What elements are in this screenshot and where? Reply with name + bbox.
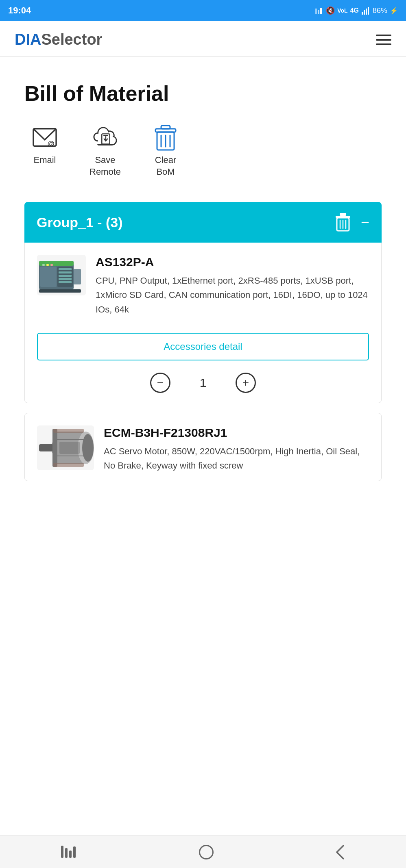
hamburger-menu-button[interactable] [376, 35, 391, 45]
nav-home-button[interactable] [187, 841, 226, 864]
svg-rect-50 [65, 848, 68, 858]
quantity-increase-button-1[interactable]: + [236, 373, 256, 393]
page-content: Bill of Material @ Email [0, 57, 406, 507]
logo-selector: Selector [41, 31, 102, 48]
plc-svg [37, 257, 86, 293]
action-row: @ Email SaveRemote [24, 126, 382, 178]
product-desc-2: AC Servo Motor, 850W, 220VAC/1500rpm, Hi… [104, 444, 369, 473]
product-desc-1: CPU, PNP Output, 1xEthernet port, 2xRS-4… [96, 273, 369, 317]
svg-rect-26 [40, 267, 57, 287]
svg-point-37 [50, 264, 53, 266]
product-card-1: AS132P-A CPU, PNP Output, 1xEthernet por… [24, 243, 382, 403]
svg-point-43 [82, 434, 94, 462]
app-header: DIASelector [0, 21, 406, 57]
product-info-2: ECM-B3H-F21308RJ1 AC Servo Motor, 850W, … [104, 425, 369, 473]
group-trash-svg [335, 213, 351, 232]
svg-rect-0 [315, 9, 317, 14]
email-svg: @ [33, 128, 57, 149]
group-collapse-button[interactable]: − [361, 215, 369, 230]
svg-rect-51 [69, 851, 72, 858]
clear-bom-label: ClearBoM [155, 154, 177, 178]
clear-bom-svg [154, 125, 177, 152]
group-delete-button[interactable] [335, 213, 351, 232]
svg-rect-49 [61, 846, 63, 858]
svg-rect-13 [161, 126, 170, 129]
save-remote-label: SaveRemote [89, 154, 121, 178]
product-name-2: ECM-B3H-F21308RJ1 [104, 425, 369, 440]
svg-rect-46 [53, 429, 84, 433]
quantity-row-1: − 1 + [25, 369, 381, 403]
svg-text:@: @ [48, 139, 55, 148]
product-name-1: AS132P-A [96, 255, 369, 269]
status-bar: 19:04 🔇 VoL 4G 86% ⚡ [0, 0, 406, 21]
svg-rect-5 [366, 9, 367, 15]
nav-back-button[interactable] [322, 841, 358, 864]
quantity-value-1: 1 [195, 376, 211, 390]
product-row-1: AS132P-A CPU, PNP Output, 1xEthernet por… [37, 255, 369, 317]
nav-lines-button[interactable] [48, 842, 90, 863]
email-label: Email [33, 154, 56, 166]
status-time: 19:04 [8, 5, 31, 16]
battery-text: 86% [373, 7, 387, 15]
clear-bom-button[interactable]: ClearBoM [153, 126, 178, 178]
group-header: Group_1 - (3) − [24, 202, 382, 243]
product-inner-2: ECM-B3H-F21308RJ1 AC Servo Motor, 850W, … [25, 413, 381, 481]
battery-charge-icon: ⚡ [390, 7, 398, 15]
svg-rect-52 [73, 846, 76, 858]
svg-rect-31 [59, 278, 72, 280]
logo-dia: DIA [15, 31, 41, 48]
nav-back-svg [334, 845, 346, 859]
clear-bom-icon [153, 126, 178, 150]
svg-rect-41 [39, 444, 53, 451]
svg-rect-2 [320, 8, 322, 14]
quantity-decrease-button-1[interactable]: − [150, 373, 170, 393]
svg-rect-30 [59, 275, 72, 277]
product-image-1 [37, 255, 86, 295]
group-section: Group_1 - (3) − [24, 202, 382, 481]
svg-rect-47 [53, 463, 84, 467]
svg-rect-34 [39, 289, 81, 293]
svg-rect-33 [74, 269, 81, 284]
svg-rect-19 [340, 213, 346, 216]
status-icons: 🔇 VoL 4G 86% ⚡ [314, 6, 398, 15]
svg-rect-48 [59, 442, 80, 454]
save-remote-icon [93, 126, 118, 150]
save-remote-svg [93, 126, 118, 151]
nav-lines-svg [60, 846, 78, 859]
svg-rect-1 [318, 10, 319, 14]
svg-rect-42 [52, 429, 57, 467]
email-icon: @ [33, 126, 57, 150]
app-logo: DIASelector [15, 31, 102, 48]
accessories-detail-button-1[interactable]: Accessories detail [37, 333, 369, 360]
product-info-1: AS132P-A CPU, PNP Output, 1xEthernet por… [96, 255, 369, 317]
save-remote-button[interactable]: SaveRemote [89, 126, 121, 178]
svg-rect-29 [59, 271, 72, 273]
vol-icon: VoL [337, 7, 347, 14]
email-button[interactable]: @ Email [33, 126, 57, 166]
svg-rect-32 [59, 281, 72, 283]
product-image-2 [37, 425, 94, 470]
svg-point-36 [46, 264, 49, 266]
product-row-2: ECM-B3H-F21308RJ1 AC Servo Motor, 850W, … [37, 425, 369, 473]
signal-icon [361, 6, 370, 15]
svg-rect-3 [362, 12, 363, 15]
bottom-nav [0, 835, 406, 868]
mute-icon: 🔇 [326, 6, 335, 15]
nav-circle-icon [199, 845, 214, 859]
network-4g-icon: 4G [350, 7, 359, 14]
svg-rect-4 [364, 10, 365, 15]
group-title: Group_1 - (3) [37, 215, 123, 230]
svg-point-35 [42, 264, 45, 266]
svg-rect-6 [368, 7, 369, 15]
page-title: Bill of Material [24, 81, 382, 106]
product-inner-1: AS132P-A CPU, PNP Output, 1xEthernet por… [25, 243, 381, 325]
group-actions: − [335, 213, 369, 232]
sim-icon [314, 6, 323, 15]
servo-svg [37, 425, 94, 470]
product-card-2: ECM-B3H-F21308RJ1 AC Servo Motor, 850W, … [24, 413, 382, 481]
svg-rect-28 [59, 268, 72, 270]
